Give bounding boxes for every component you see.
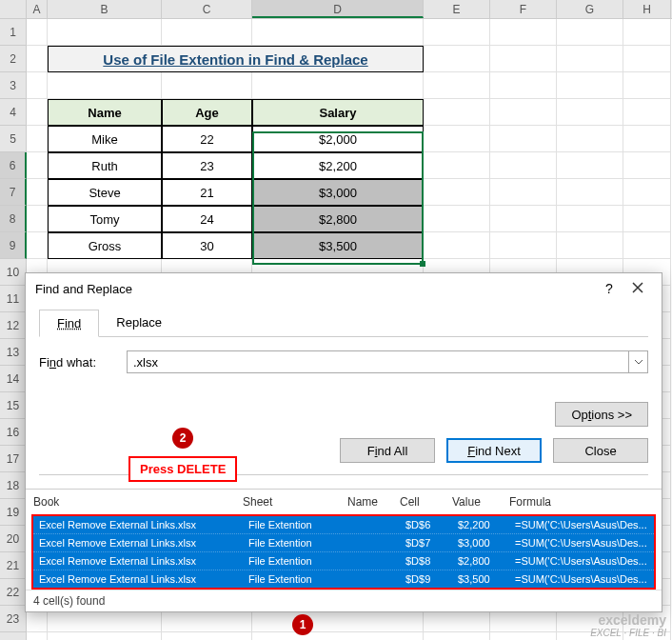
cell[interactable]: 30 (162, 232, 252, 259)
cell[interactable] (27, 206, 48, 232)
cell[interactable] (162, 72, 252, 99)
row-header-4[interactable]: 4 (0, 99, 27, 126)
cell[interactable] (557, 99, 623, 126)
col-header-H[interactable]: H (623, 0, 671, 18)
cell[interactable] (27, 46, 48, 72)
row-header-15[interactable]: 15 (0, 392, 27, 419)
find-history-dropdown[interactable] (629, 350, 648, 373)
cell[interactable]: 24 (162, 206, 252, 232)
cell[interactable] (424, 46, 490, 72)
cell[interactable] (48, 72, 162, 99)
cell[interactable]: Steve (48, 179, 162, 206)
cell[interactable]: Ruth (48, 152, 162, 179)
row-header-9[interactable]: 9 (0, 232, 27, 259)
cell[interactable] (623, 179, 671, 206)
cell[interactable]: 21 (162, 179, 252, 206)
cell[interactable] (48, 19, 162, 46)
cell[interactable] (490, 206, 557, 232)
cell[interactable] (424, 632, 490, 640)
cell[interactable] (424, 206, 490, 232)
row-header-7[interactable]: 7 (0, 179, 27, 206)
row-header-14[interactable]: 14 (0, 366, 27, 392)
row-header-23[interactable]: 23 (0, 606, 27, 632)
results-header[interactable]: Book Sheet Name Cell Value Formula (26, 490, 662, 514)
row-header-2[interactable]: 2 (0, 46, 27, 72)
tab-find[interactable]: Find (39, 310, 99, 337)
results-row[interactable]: Excel Remove External Links.xlsxFile Ext… (33, 552, 654, 570)
cell[interactable]: 22 (162, 126, 252, 152)
cell[interactable]: Mike (48, 126, 162, 152)
cell[interactable] (27, 72, 48, 99)
cell[interactable] (48, 632, 162, 640)
cell[interactable] (27, 632, 48, 640)
cell[interactable]: $2,200 (252, 152, 424, 179)
cell[interactable]: Tomy (48, 206, 162, 232)
row-header-6[interactable]: 6 (0, 152, 27, 179)
cell[interactable] (623, 19, 671, 46)
row-header-21[interactable]: 21 (0, 552, 27, 579)
cell[interactable]: Name (48, 99, 162, 126)
cell[interactable] (557, 72, 623, 99)
cell[interactable] (557, 206, 623, 232)
results-col-name[interactable]: Name (347, 495, 400, 509)
cell[interactable] (424, 152, 490, 179)
close-button[interactable]: Close (553, 438, 648, 463)
cell[interactable] (557, 152, 623, 179)
col-header-E[interactable]: E (424, 0, 490, 18)
row-header-22[interactable]: 22 (0, 579, 27, 606)
cell[interactable]: Gross (48, 232, 162, 259)
close-icon[interactable] (623, 281, 652, 296)
row-header-8[interactable]: 8 (0, 206, 27, 232)
cell[interactable] (623, 232, 671, 259)
results-row[interactable]: Excel Remove External Links.xlsxFile Ext… (33, 516, 654, 534)
row-header-10[interactable]: 10 (0, 259, 27, 286)
options-button[interactable]: Options >> (555, 402, 648, 427)
cell[interactable] (490, 179, 557, 206)
row-header-13[interactable]: 13 (0, 339, 27, 366)
cell[interactable] (623, 99, 671, 126)
row-header-12[interactable]: 12 (0, 312, 27, 339)
cell[interactable] (490, 632, 557, 640)
cell[interactable]: $3,000 (252, 179, 424, 206)
help-button[interactable]: ? (595, 281, 623, 296)
row-header-1[interactable]: 1 (0, 19, 27, 46)
cell[interactable] (27, 179, 48, 206)
results-row[interactable]: Excel Remove External Links.xlsxFile Ext… (33, 570, 654, 588)
cell[interactable]: $2,000 (252, 126, 424, 152)
cell[interactable] (623, 206, 671, 232)
cell[interactable] (252, 72, 424, 99)
row-header-16[interactable]: 16 (0, 419, 27, 446)
cell[interactable]: $2,800 (252, 206, 424, 232)
row-header-11[interactable]: 11 (0, 286, 27, 312)
select-all-corner[interactable] (0, 0, 27, 18)
cell[interactable] (27, 232, 48, 259)
row-header-3[interactable]: 3 (0, 72, 27, 99)
cell[interactable] (490, 232, 557, 259)
results-col-sheet[interactable]: Sheet (243, 495, 347, 509)
cell[interactable]: Use of File Extention in Find & Replace (48, 46, 424, 72)
cell[interactable] (490, 19, 557, 46)
cell[interactable] (490, 126, 557, 152)
cell[interactable] (623, 126, 671, 152)
cell[interactable] (557, 19, 623, 46)
cell[interactable] (27, 99, 48, 126)
results-col-value[interactable]: Value (452, 495, 509, 509)
cell[interactable] (252, 632, 424, 640)
cell[interactable] (623, 46, 671, 72)
cell[interactable] (424, 99, 490, 126)
cell[interactable] (27, 152, 48, 179)
cell[interactable] (27, 126, 48, 152)
cell[interactable] (424, 72, 490, 99)
row-header-19[interactable]: 19 (0, 499, 27, 526)
results-col-cell[interactable]: Cell (400, 495, 452, 509)
results-col-formula[interactable]: Formula (509, 495, 654, 509)
row-header-24[interactable]: 24 (0, 632, 27, 640)
cell[interactable] (623, 152, 671, 179)
cell[interactable] (27, 19, 48, 46)
cell[interactable]: 23 (162, 152, 252, 179)
find-next-button[interactable]: Find Next (446, 438, 542, 463)
dialog-titlebar[interactable]: Find and Replace ? (26, 273, 662, 304)
cell[interactable] (424, 19, 490, 46)
cell[interactable] (424, 179, 490, 206)
col-header-B[interactable]: B (48, 0, 162, 18)
